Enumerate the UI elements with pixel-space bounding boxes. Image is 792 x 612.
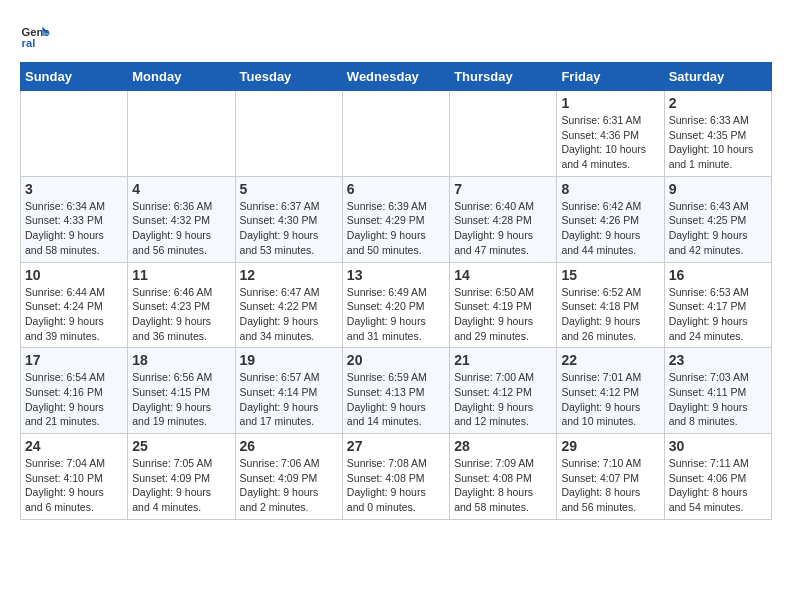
- day-number: 17: [25, 352, 123, 368]
- page-header: Gene ral: [20, 20, 772, 52]
- calendar-cell: 9Sunrise: 6:43 AM Sunset: 4:25 PM Daylig…: [664, 176, 771, 262]
- day-number: 9: [669, 181, 767, 197]
- calendar-cell: 4Sunrise: 6:36 AM Sunset: 4:32 PM Daylig…: [128, 176, 235, 262]
- day-number: 15: [561, 267, 659, 283]
- day-info: Sunrise: 6:39 AM Sunset: 4:29 PM Dayligh…: [347, 199, 445, 258]
- calendar-cell: 28Sunrise: 7:09 AM Sunset: 4:08 PM Dayli…: [450, 434, 557, 520]
- day-number: 16: [669, 267, 767, 283]
- day-number: 14: [454, 267, 552, 283]
- day-info: Sunrise: 6:50 AM Sunset: 4:19 PM Dayligh…: [454, 285, 552, 344]
- calendar-cell: 5Sunrise: 6:37 AM Sunset: 4:30 PM Daylig…: [235, 176, 342, 262]
- day-info: Sunrise: 6:31 AM Sunset: 4:36 PM Dayligh…: [561, 113, 659, 172]
- day-info: Sunrise: 6:52 AM Sunset: 4:18 PM Dayligh…: [561, 285, 659, 344]
- day-number: 28: [454, 438, 552, 454]
- day-info: Sunrise: 6:34 AM Sunset: 4:33 PM Dayligh…: [25, 199, 123, 258]
- day-info: Sunrise: 7:10 AM Sunset: 4:07 PM Dayligh…: [561, 456, 659, 515]
- day-info: Sunrise: 7:04 AM Sunset: 4:10 PM Dayligh…: [25, 456, 123, 515]
- day-number: 23: [669, 352, 767, 368]
- calendar-cell: 20Sunrise: 6:59 AM Sunset: 4:13 PM Dayli…: [342, 348, 449, 434]
- day-number: 2: [669, 95, 767, 111]
- calendar-cell: 15Sunrise: 6:52 AM Sunset: 4:18 PM Dayli…: [557, 262, 664, 348]
- calendar-cell: 27Sunrise: 7:08 AM Sunset: 4:08 PM Dayli…: [342, 434, 449, 520]
- weekday-header: Thursday: [450, 63, 557, 91]
- day-info: Sunrise: 6:49 AM Sunset: 4:20 PM Dayligh…: [347, 285, 445, 344]
- calendar-table: SundayMondayTuesdayWednesdayThursdayFrid…: [20, 62, 772, 520]
- day-number: 5: [240, 181, 338, 197]
- day-info: Sunrise: 6:46 AM Sunset: 4:23 PM Dayligh…: [132, 285, 230, 344]
- day-info: Sunrise: 6:56 AM Sunset: 4:15 PM Dayligh…: [132, 370, 230, 429]
- day-number: 8: [561, 181, 659, 197]
- calendar-week-row: 10Sunrise: 6:44 AM Sunset: 4:24 PM Dayli…: [21, 262, 772, 348]
- day-info: Sunrise: 6:57 AM Sunset: 4:14 PM Dayligh…: [240, 370, 338, 429]
- calendar-cell: 25Sunrise: 7:05 AM Sunset: 4:09 PM Dayli…: [128, 434, 235, 520]
- day-info: Sunrise: 6:40 AM Sunset: 4:28 PM Dayligh…: [454, 199, 552, 258]
- day-info: Sunrise: 6:36 AM Sunset: 4:32 PM Dayligh…: [132, 199, 230, 258]
- day-number: 25: [132, 438, 230, 454]
- calendar-week-row: 17Sunrise: 6:54 AM Sunset: 4:16 PM Dayli…: [21, 348, 772, 434]
- day-info: Sunrise: 7:00 AM Sunset: 4:12 PM Dayligh…: [454, 370, 552, 429]
- calendar-cell: 18Sunrise: 6:56 AM Sunset: 4:15 PM Dayli…: [128, 348, 235, 434]
- day-number: 19: [240, 352, 338, 368]
- logo-icon: Gene ral: [20, 20, 52, 52]
- calendar-week-row: 3Sunrise: 6:34 AM Sunset: 4:33 PM Daylig…: [21, 176, 772, 262]
- day-number: 24: [25, 438, 123, 454]
- calendar-cell: 10Sunrise: 6:44 AM Sunset: 4:24 PM Dayli…: [21, 262, 128, 348]
- day-info: Sunrise: 7:03 AM Sunset: 4:11 PM Dayligh…: [669, 370, 767, 429]
- day-number: 13: [347, 267, 445, 283]
- calendar-cell: 30Sunrise: 7:11 AM Sunset: 4:06 PM Dayli…: [664, 434, 771, 520]
- calendar-cell: 26Sunrise: 7:06 AM Sunset: 4:09 PM Dayli…: [235, 434, 342, 520]
- day-number: 20: [347, 352, 445, 368]
- day-info: Sunrise: 6:42 AM Sunset: 4:26 PM Dayligh…: [561, 199, 659, 258]
- calendar-cell: 2Sunrise: 6:33 AM Sunset: 4:35 PM Daylig…: [664, 91, 771, 177]
- calendar-cell: 14Sunrise: 6:50 AM Sunset: 4:19 PM Dayli…: [450, 262, 557, 348]
- calendar-cell: [342, 91, 449, 177]
- calendar-cell: 21Sunrise: 7:00 AM Sunset: 4:12 PM Dayli…: [450, 348, 557, 434]
- weekday-header: Monday: [128, 63, 235, 91]
- day-info: Sunrise: 7:09 AM Sunset: 4:08 PM Dayligh…: [454, 456, 552, 515]
- day-info: Sunrise: 7:11 AM Sunset: 4:06 PM Dayligh…: [669, 456, 767, 515]
- calendar-cell: 3Sunrise: 6:34 AM Sunset: 4:33 PM Daylig…: [21, 176, 128, 262]
- day-number: 26: [240, 438, 338, 454]
- weekday-header-row: SundayMondayTuesdayWednesdayThursdayFrid…: [21, 63, 772, 91]
- calendar-cell: 8Sunrise: 6:42 AM Sunset: 4:26 PM Daylig…: [557, 176, 664, 262]
- calendar-cell: 19Sunrise: 6:57 AM Sunset: 4:14 PM Dayli…: [235, 348, 342, 434]
- calendar-cell: [128, 91, 235, 177]
- day-number: 18: [132, 352, 230, 368]
- calendar-week-row: 24Sunrise: 7:04 AM Sunset: 4:10 PM Dayli…: [21, 434, 772, 520]
- day-number: 6: [347, 181, 445, 197]
- day-info: Sunrise: 7:05 AM Sunset: 4:09 PM Dayligh…: [132, 456, 230, 515]
- weekday-header: Tuesday: [235, 63, 342, 91]
- day-info: Sunrise: 6:59 AM Sunset: 4:13 PM Dayligh…: [347, 370, 445, 429]
- calendar-week-row: 1Sunrise: 6:31 AM Sunset: 4:36 PM Daylig…: [21, 91, 772, 177]
- calendar-cell: 17Sunrise: 6:54 AM Sunset: 4:16 PM Dayli…: [21, 348, 128, 434]
- day-info: Sunrise: 7:08 AM Sunset: 4:08 PM Dayligh…: [347, 456, 445, 515]
- day-number: 22: [561, 352, 659, 368]
- day-number: 10: [25, 267, 123, 283]
- calendar-cell: 16Sunrise: 6:53 AM Sunset: 4:17 PM Dayli…: [664, 262, 771, 348]
- day-number: 21: [454, 352, 552, 368]
- calendar-cell: 24Sunrise: 7:04 AM Sunset: 4:10 PM Dayli…: [21, 434, 128, 520]
- calendar-cell: [235, 91, 342, 177]
- day-info: Sunrise: 7:01 AM Sunset: 4:12 PM Dayligh…: [561, 370, 659, 429]
- weekday-header: Sunday: [21, 63, 128, 91]
- day-info: Sunrise: 6:43 AM Sunset: 4:25 PM Dayligh…: [669, 199, 767, 258]
- calendar-cell: [21, 91, 128, 177]
- day-number: 1: [561, 95, 659, 111]
- calendar-cell: 12Sunrise: 6:47 AM Sunset: 4:22 PM Dayli…: [235, 262, 342, 348]
- day-info: Sunrise: 6:33 AM Sunset: 4:35 PM Dayligh…: [669, 113, 767, 172]
- calendar-cell: 6Sunrise: 6:39 AM Sunset: 4:29 PM Daylig…: [342, 176, 449, 262]
- weekday-header: Wednesday: [342, 63, 449, 91]
- day-info: Sunrise: 6:53 AM Sunset: 4:17 PM Dayligh…: [669, 285, 767, 344]
- day-number: 3: [25, 181, 123, 197]
- calendar-cell: 11Sunrise: 6:46 AM Sunset: 4:23 PM Dayli…: [128, 262, 235, 348]
- svg-text:ral: ral: [22, 37, 36, 49]
- weekday-header: Saturday: [664, 63, 771, 91]
- day-info: Sunrise: 6:47 AM Sunset: 4:22 PM Dayligh…: [240, 285, 338, 344]
- day-number: 29: [561, 438, 659, 454]
- day-info: Sunrise: 6:44 AM Sunset: 4:24 PM Dayligh…: [25, 285, 123, 344]
- calendar-cell: 23Sunrise: 7:03 AM Sunset: 4:11 PM Dayli…: [664, 348, 771, 434]
- day-number: 4: [132, 181, 230, 197]
- day-number: 12: [240, 267, 338, 283]
- day-number: 11: [132, 267, 230, 283]
- weekday-header: Friday: [557, 63, 664, 91]
